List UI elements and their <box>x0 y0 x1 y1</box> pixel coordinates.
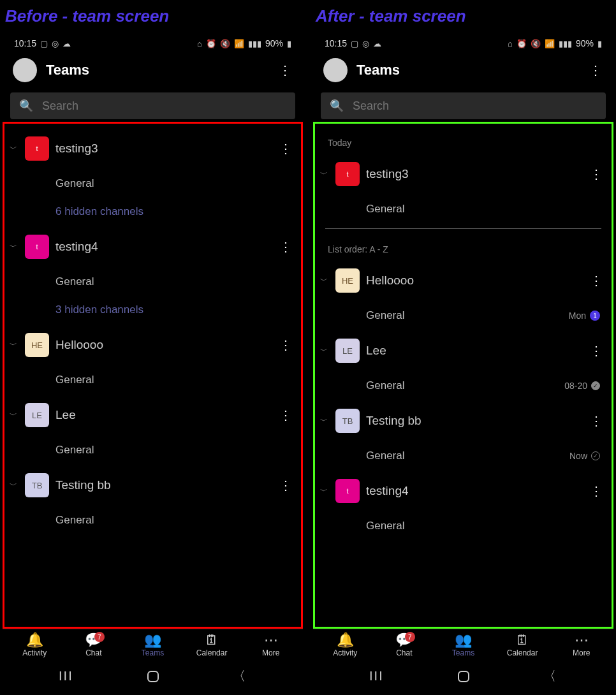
team-row[interactable]: ﹀ TB Testing bb ⋮ <box>315 400 612 442</box>
team-row[interactable]: ﹀ HE Helloooo ⋮ <box>315 260 612 302</box>
battery-icon: ▮ <box>287 39 291 48</box>
overflow-menu-button[interactable]: ⋮ <box>277 64 293 77</box>
team-icon: TB <box>25 473 49 497</box>
team-name: testing3 <box>366 167 582 181</box>
overflow-menu-button[interactable]: ⋮ <box>588 64 603 77</box>
team-name: Testing bb <box>366 414 582 428</box>
title-bar: Teams ⋮ <box>313 52 613 89</box>
team-menu-button[interactable]: ⋮ <box>278 240 293 253</box>
team-row[interactable]: ﹀ HE Helloooo ⋮ <box>4 324 301 366</box>
team-row[interactable]: ﹀ t testing4 ⋮ <box>315 470 612 512</box>
hidden-channels-link[interactable]: 6 hidden channels <box>4 198 301 226</box>
channel-row[interactable]: General Now ✓ <box>315 442 612 470</box>
team-menu-button[interactable]: ⋮ <box>278 142 293 155</box>
team-menu-button[interactable]: ⋮ <box>589 168 604 180</box>
battery-text: 90% <box>265 38 283 48</box>
chevron-down-icon[interactable]: ﹀ <box>319 416 329 427</box>
chevron-down-icon[interactable]: ﹀ <box>8 410 18 421</box>
nav-more[interactable]: ⋯ More <box>559 633 604 657</box>
team-row[interactable]: ﹀ TB Testing bb ⋮ <box>4 464 301 506</box>
team-icon: LE <box>25 403 49 427</box>
teams-list[interactable]: Today ﹀ t testing3 ⋮ General List order:… <box>315 124 612 627</box>
chevron-down-icon[interactable]: ﹀ <box>8 480 18 491</box>
team-menu-button[interactable]: ⋮ <box>589 344 604 357</box>
chevron-down-icon[interactable]: ﹀ <box>319 346 329 356</box>
home-icon: ⌂ <box>197 39 202 48</box>
team-icon: t <box>335 479 360 503</box>
team-icon: LE <box>335 339 360 363</box>
team-row[interactable]: ﹀ t testing3 ⋮ <box>4 128 301 170</box>
chevron-down-icon[interactable]: ﹀ <box>319 486 329 497</box>
search-bar[interactable]: 🔍 <box>321 92 606 119</box>
search-bar[interactable]: 🔍 <box>10 92 295 119</box>
search-input[interactable] <box>42 99 286 113</box>
teams-list[interactable]: ﹀ t testing3 ⋮ General 6 hidden channels… <box>4 124 301 627</box>
team-menu-button[interactable]: ⋮ <box>278 479 293 492</box>
chevron-down-icon[interactable]: ﹀ <box>8 143 18 154</box>
channel-name: General <box>55 275 290 288</box>
search-icon: 🔍 <box>330 99 344 113</box>
system-nav: III 〈 <box>313 659 613 692</box>
nav-label: Chat <box>85 648 101 657</box>
team-row[interactable]: ﹀ LE Lee ⋮ <box>315 330 612 372</box>
team-icon: t <box>25 136 49 161</box>
channel-row[interactable]: General 08-20 ✓ <box>315 372 612 400</box>
back-button[interactable]: 〈 <box>543 668 557 685</box>
chevron-down-icon[interactable]: ﹀ <box>319 275 329 286</box>
channel-row[interactable]: General <box>4 436 301 464</box>
recents-button[interactable]: III <box>59 669 73 684</box>
team-row[interactable]: ﹀ t testing4 ⋮ <box>4 226 301 268</box>
channel-row[interactable]: General <box>4 170 301 198</box>
before-title: Before - team screen <box>3 3 303 33</box>
nav-label: Teams <box>142 648 164 657</box>
channel-row[interactable]: General <box>315 512 612 534</box>
chevron-down-icon[interactable]: ﹀ <box>8 242 18 252</box>
back-button[interactable]: 〈 <box>233 668 247 685</box>
nav-chat[interactable]: 💬 7 Chat <box>71 633 116 657</box>
team-row[interactable]: ﹀ t testing3 ⋮ <box>315 153 612 195</box>
bell-icon: 🔔 <box>337 633 354 647</box>
nav-teams[interactable]: 👥 Teams <box>130 633 175 657</box>
battery-text: 90% <box>576 38 594 48</box>
search-input[interactable] <box>353 99 597 113</box>
team-name: Lee <box>55 408 272 422</box>
nav-activity[interactable]: 🔔 Activity <box>12 633 57 657</box>
camera-icon: ◎ <box>52 39 59 48</box>
after-title: After - team screen <box>313 3 613 33</box>
home-button[interactable] <box>147 671 159 682</box>
hidden-channels-link[interactable]: 3 hidden channels <box>4 296 301 324</box>
team-menu-button[interactable]: ⋮ <box>278 409 293 421</box>
after-highlight: Today ﹀ t testing3 ⋮ General List order:… <box>313 122 613 629</box>
nav-calendar[interactable]: 🗓 Calendar <box>500 633 545 657</box>
nav-calendar[interactable]: 🗓 Calendar <box>189 633 234 657</box>
team-icon: HE <box>25 333 49 357</box>
bell-icon: 🔔 <box>26 633 43 647</box>
more-icon: ⋯ <box>575 633 589 647</box>
title-bar: Teams ⋮ <box>3 52 303 89</box>
recents-button[interactable]: III <box>369 669 384 684</box>
nav-teams[interactable]: 👥 Teams <box>441 633 485 657</box>
wifi-icon: 📶 <box>234 39 244 48</box>
team-menu-button[interactable]: ⋮ <box>589 485 604 497</box>
channel-row[interactable]: General <box>4 268 301 296</box>
chevron-down-icon[interactable]: ﹀ <box>8 340 18 351</box>
nav-activity[interactable]: 🔔 Activity <box>323 633 367 657</box>
channel-row[interactable]: General <box>315 195 612 223</box>
team-name: testing3 <box>55 142 272 156</box>
team-menu-button[interactable]: ⋮ <box>278 339 293 351</box>
channel-row[interactable]: General <box>4 506 301 528</box>
nav-more[interactable]: ⋯ More <box>249 633 293 657</box>
team-menu-button[interactable]: ⋮ <box>589 414 604 427</box>
chevron-down-icon[interactable]: ﹀ <box>319 169 329 180</box>
channel-row[interactable]: General <box>4 366 301 394</box>
team-menu-button[interactable]: ⋮ <box>589 274 604 287</box>
avatar[interactable] <box>13 58 37 82</box>
nav-chat[interactable]: 💬 7 Chat <box>382 633 427 657</box>
avatar[interactable] <box>323 58 348 82</box>
home-button[interactable] <box>458 671 469 682</box>
team-row[interactable]: ﹀ LE Lee ⋮ <box>4 394 301 436</box>
channel-name: General <box>366 520 600 532</box>
channel-row[interactable]: General Mon 1 <box>315 302 612 330</box>
before-highlight: ﹀ t testing3 ⋮ General 6 hidden channels… <box>3 122 303 629</box>
nav-label: Teams <box>452 648 474 657</box>
